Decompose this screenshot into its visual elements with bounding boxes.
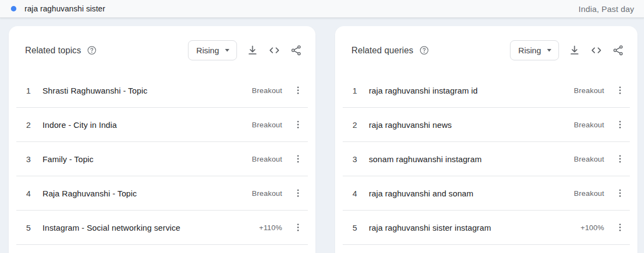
row-rank: 3 bbox=[26, 155, 42, 164]
kebab-menu-icon bbox=[293, 188, 303, 199]
related-topics-card: Related topics Rising 1 Shrasti Raghu bbox=[9, 26, 315, 253]
row-label[interactable]: raja raghuvanshi instagram id bbox=[369, 86, 574, 95]
row-value: Breakout bbox=[574, 121, 604, 129]
table-row[interactable]: 4 Raja Raghuvanshi - Topic Breakout bbox=[16, 176, 308, 211]
share-button[interactable] bbox=[290, 44, 302, 57]
table-row[interactable]: 1 Shrasti Raghuwanshi - Topic Breakout bbox=[16, 73, 308, 108]
kebab-menu-icon bbox=[615, 153, 625, 164]
help-button[interactable] bbox=[419, 45, 429, 55]
help-button[interactable] bbox=[87, 45, 97, 55]
row-value: Breakout bbox=[252, 87, 282, 95]
row-label[interactable]: Indore - City in India bbox=[42, 120, 252, 129]
sort-dropdown[interactable]: Rising bbox=[510, 40, 559, 60]
topics-list: 1 Shrasti Raghuwanshi - Topic Breakout 2… bbox=[16, 73, 308, 245]
row-label[interactable]: sonam raghuwanshi instagram bbox=[369, 155, 574, 164]
share-icon bbox=[290, 44, 302, 57]
widgets-area: Related topics Rising 1 Shrasti Raghu bbox=[0, 18, 644, 253]
sort-dropdown-value: Rising bbox=[196, 46, 219, 55]
row-label[interactable]: Raja Raghuvanshi - Topic bbox=[42, 189, 252, 198]
more-options-button[interactable] bbox=[291, 153, 305, 164]
download-icon bbox=[568, 44, 581, 57]
download-button[interactable] bbox=[246, 44, 259, 57]
row-rank: 2 bbox=[353, 120, 369, 129]
row-value: +100% bbox=[581, 224, 604, 232]
download-button[interactable] bbox=[568, 44, 581, 57]
more-options-button[interactable] bbox=[291, 222, 305, 233]
table-row[interactable]: 2 Indore - City in India Breakout bbox=[16, 108, 308, 142]
kebab-menu-icon bbox=[293, 85, 303, 96]
embed-button[interactable] bbox=[590, 44, 603, 57]
table-row[interactable]: 3 Family - Topic Breakout bbox=[16, 142, 308, 176]
more-options-button[interactable] bbox=[613, 119, 627, 130]
table-row[interactable]: 1 raja raghuvanshi instagram id Breakout bbox=[343, 73, 630, 108]
more-options-button[interactable] bbox=[291, 85, 305, 96]
row-value: Breakout bbox=[574, 87, 604, 95]
table-row[interactable]: 2 raja raghuvanshi news Breakout bbox=[343, 108, 630, 142]
row-rank: 4 bbox=[353, 189, 369, 198]
table-row[interactable]: 4 raja raghuvanshi and sonam Breakout bbox=[343, 176, 630, 211]
help-icon bbox=[87, 45, 97, 55]
kebab-menu-icon bbox=[615, 119, 625, 130]
caret-down-icon bbox=[225, 49, 229, 52]
row-value: Breakout bbox=[574, 189, 604, 198]
embed-button[interactable] bbox=[268, 44, 281, 57]
row-rank: 1 bbox=[353, 86, 369, 95]
more-options-button[interactable] bbox=[613, 153, 627, 164]
row-rank: 4 bbox=[26, 189, 42, 198]
share-button[interactable] bbox=[612, 44, 624, 57]
row-label[interactable]: raja raghuvanshi sister instagram bbox=[369, 223, 581, 232]
row-value: Breakout bbox=[574, 155, 604, 163]
row-label[interactable]: raja raghuvanshi news bbox=[369, 120, 574, 129]
kebab-menu-icon bbox=[293, 119, 303, 130]
related-queries-card: Related queries Rising 1 raja raghuva bbox=[335, 26, 637, 253]
row-rank: 5 bbox=[26, 223, 42, 232]
kebab-menu-icon bbox=[293, 222, 303, 233]
kebab-menu-icon bbox=[615, 188, 625, 199]
row-rank: 3 bbox=[353, 155, 369, 164]
row-value: Breakout bbox=[252, 121, 282, 129]
row-rank: 1 bbox=[26, 86, 42, 95]
term-color-dot-icon bbox=[11, 6, 16, 11]
kebab-menu-icon bbox=[293, 153, 303, 164]
search-term: raja raghuvanshi sister bbox=[25, 4, 105, 13]
more-options-button[interactable] bbox=[613, 85, 627, 96]
more-options-button[interactable] bbox=[613, 188, 627, 199]
card-title: Related topics bbox=[25, 46, 81, 55]
more-options-button[interactable] bbox=[613, 222, 627, 233]
row-label[interactable]: raja raghuvanshi and sonam bbox=[369, 189, 574, 198]
row-label[interactable]: Family - Topic bbox=[42, 155, 252, 164]
download-icon bbox=[246, 44, 259, 57]
table-row[interactable]: 5 Instagram - Social networking service … bbox=[16, 211, 308, 245]
embed-code-icon bbox=[590, 44, 603, 57]
help-icon bbox=[419, 45, 429, 55]
card-header: Related queries Rising bbox=[335, 26, 637, 73]
table-row[interactable]: 5 raja raghuvanshi sister instagram +100… bbox=[343, 211, 630, 245]
row-rank: 2 bbox=[26, 120, 42, 129]
embed-code-icon bbox=[268, 44, 281, 57]
kebab-menu-icon bbox=[615, 222, 625, 233]
share-icon bbox=[612, 44, 624, 57]
caret-down-icon bbox=[547, 49, 551, 52]
more-options-button[interactable] bbox=[291, 119, 305, 130]
sort-dropdown-value: Rising bbox=[518, 46, 541, 55]
queries-list: 1 raja raghuvanshi instagram id Breakout… bbox=[343, 73, 630, 245]
row-value: Breakout bbox=[252, 155, 282, 163]
row-value: +110% bbox=[259, 224, 282, 232]
row-label[interactable]: Shrasti Raghuwanshi - Topic bbox=[42, 86, 252, 95]
row-label[interactable]: Instagram - Social networking service bbox=[42, 223, 259, 232]
more-options-button[interactable] bbox=[291, 188, 305, 199]
table-row[interactable]: 3 sonam raghuwanshi instagram Breakout bbox=[343, 142, 630, 176]
geo-time-scope: India, Past day bbox=[579, 4, 634, 14]
card-title: Related queries bbox=[351, 46, 414, 55]
card-header: Related topics Rising bbox=[9, 26, 315, 73]
kebab-menu-icon bbox=[615, 85, 625, 96]
row-rank: 5 bbox=[353, 223, 369, 232]
row-value: Breakout bbox=[252, 189, 282, 198]
sort-dropdown[interactable]: Rising bbox=[188, 40, 237, 60]
search-term-bar: raja raghuvanshi sister India, Past day bbox=[0, 0, 644, 18]
